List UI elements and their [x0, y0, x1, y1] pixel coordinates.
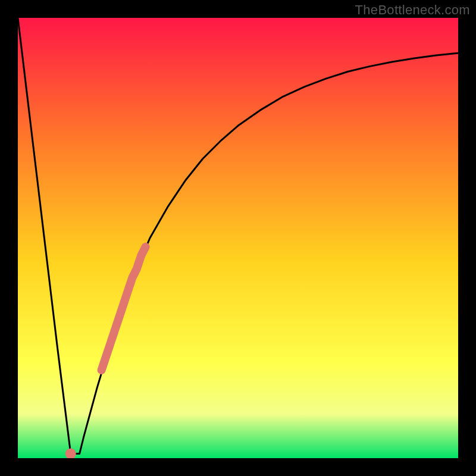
watermark-text: TheBottleneck.com — [355, 2, 470, 18]
gradient-background — [18, 18, 458, 458]
bottleneck-chart — [18, 18, 458, 458]
chart-frame: TheBottleneck.com — [0, 0, 476, 476]
